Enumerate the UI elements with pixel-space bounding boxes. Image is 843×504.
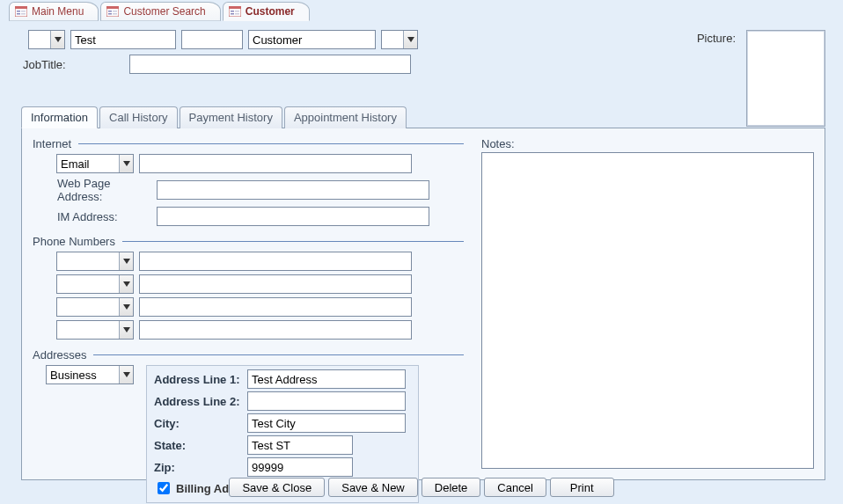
- svg-rect-5: [21, 13, 26, 15]
- last-name-input[interactable]: [248, 30, 376, 49]
- svg-rect-13: [229, 6, 241, 9]
- left-column: Internet Email We: [33, 137, 464, 469]
- addr-line2-input[interactable]: [247, 391, 406, 411]
- phone-type-select[interactable]: [56, 274, 134, 294]
- svg-rect-15: [231, 13, 234, 15]
- phone-type-select[interactable]: [56, 320, 134, 340]
- svg-rect-1: [15, 6, 27, 9]
- address-type-select-wrap: Business: [46, 365, 134, 384]
- phone-type-select[interactable]: [56, 297, 134, 317]
- addr-line1-input[interactable]: [247, 369, 406, 389]
- file-tab-customer-search[interactable]: Customer Search: [100, 2, 220, 21]
- im-label: IM Address:: [33, 210, 151, 223]
- addr-city-label: City:: [154, 417, 242, 430]
- phone-type-select-wrap: [56, 274, 134, 294]
- svg-rect-17: [235, 13, 239, 15]
- svg-rect-11: [113, 13, 117, 15]
- phone-type-select-wrap: [56, 252, 134, 271]
- button-row: Save & Close Save & New Delete Cancel Pr…: [0, 478, 843, 497]
- svg-rect-3: [17, 13, 20, 15]
- print-button[interactable]: Print: [550, 478, 614, 497]
- internet-group: Internet Email We: [33, 137, 464, 226]
- suffix-select[interactable]: [381, 30, 418, 49]
- tab-information[interactable]: Information: [21, 106, 98, 128]
- first-name-input[interactable]: [70, 30, 176, 49]
- svg-rect-9: [108, 13, 112, 15]
- svg-rect-4: [21, 11, 26, 12]
- picture-label: Picture:: [697, 32, 736, 45]
- phone-input[interactable]: [139, 297, 412, 317]
- svg-rect-2: [17, 11, 20, 12]
- jobtitle-input[interactable]: [129, 55, 411, 74]
- form-area: JobTitle: Picture: Information Call Hist…: [0, 21, 843, 504]
- email-type-select[interactable]: Email: [56, 154, 134, 173]
- addr-state-label: State:: [154, 439, 242, 452]
- web-label: Web Page Address:: [33, 177, 151, 203]
- cancel-button[interactable]: Cancel: [484, 478, 546, 497]
- phone-type-select-wrap: [56, 320, 134, 340]
- file-tab-label: Customer Search: [123, 5, 205, 18]
- prefix-select-wrap: [28, 30, 65, 49]
- phone-input[interactable]: [139, 274, 412, 294]
- form-icon: [106, 6, 119, 17]
- file-tab-label: Main Menu: [32, 5, 84, 18]
- tab-label: Appointment History: [294, 111, 397, 124]
- file-tab-strip: Main Menu Customer Search Customer: [0, 0, 843, 21]
- svg-rect-14: [231, 11, 234, 12]
- file-tab-main-menu[interactable]: Main Menu: [9, 2, 99, 21]
- web-input[interactable]: [157, 180, 429, 200]
- file-tab-label: Customer: [246, 5, 295, 18]
- delete-button[interactable]: Delete: [422, 478, 481, 497]
- addr-state-input[interactable]: [247, 435, 353, 455]
- tab-payment-history[interactable]: Payment History: [180, 106, 282, 128]
- tab-appointment-history[interactable]: Appointment History: [284, 106, 407, 128]
- notes-label: Notes:: [481, 137, 814, 150]
- save-new-button[interactable]: Save & New: [328, 478, 418, 497]
- addr-line2-label: Address Line 2:: [154, 395, 242, 408]
- form-icon: [229, 6, 241, 17]
- notes-textarea[interactable]: [481, 152, 814, 469]
- tab-label: Payment History: [189, 111, 273, 124]
- form-icon: [15, 6, 27, 17]
- phone-type-select[interactable]: [56, 252, 134, 271]
- addr-city-input[interactable]: [247, 413, 406, 433]
- phone-group: Phone Numbers: [33, 235, 464, 340]
- tab-label: Call History: [109, 111, 167, 124]
- tab-label: Information: [31, 111, 88, 124]
- address-type-select[interactable]: Business: [46, 365, 134, 384]
- picture-area: Picture:: [697, 30, 825, 127]
- suffix-select-wrap: [381, 30, 418, 49]
- right-column: Notes:: [481, 137, 814, 469]
- prefix-select[interactable]: [28, 30, 65, 49]
- phone-input[interactable]: [139, 320, 412, 340]
- phone-input[interactable]: [139, 252, 412, 271]
- addr-zip-input[interactable]: [247, 457, 353, 477]
- picture-box[interactable]: [746, 30, 825, 127]
- save-close-button[interactable]: Save & Close: [229, 478, 325, 497]
- middle-name-input[interactable]: [181, 30, 243, 49]
- svg-rect-16: [235, 11, 239, 12]
- im-input[interactable]: [157, 207, 429, 226]
- phone-legend: Phone Numbers: [33, 235, 464, 248]
- internet-legend: Internet: [33, 137, 464, 150]
- tab-call-history[interactable]: Call History: [99, 106, 177, 128]
- addr-zip-label: Zip:: [154, 461, 242, 474]
- svg-rect-10: [113, 11, 117, 12]
- phone-type-select-wrap: [56, 297, 134, 317]
- file-tab-customer[interactable]: Customer: [223, 2, 310, 21]
- jobtitle-label: JobTitle:: [23, 58, 124, 71]
- svg-rect-7: [106, 6, 119, 9]
- information-panel: Internet Email We: [21, 128, 825, 480]
- addr-line1-label: Address Line 1:: [154, 373, 242, 386]
- window: Main Menu Customer Search Customer: [0, 0, 843, 504]
- email-type-select-wrap: Email: [56, 154, 134, 173]
- email-input[interactable]: [139, 154, 412, 173]
- svg-rect-8: [108, 11, 112, 12]
- addresses-legend: Addresses: [33, 348, 464, 362]
